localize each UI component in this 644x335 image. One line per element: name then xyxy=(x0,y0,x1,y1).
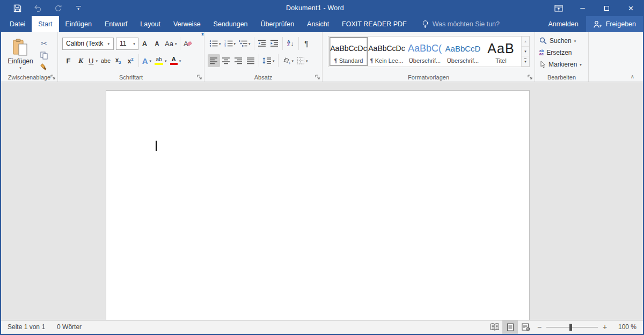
separator xyxy=(254,37,254,50)
ribbon-display-options-icon[interactable] xyxy=(546,0,570,16)
zoom-slider[interactable] xyxy=(546,327,598,327)
font-name-combobox[interactable]: Calibri (Textk ▾ xyxy=(62,38,114,50)
style-heading-1[interactable]: AaBbC( Überschrif... xyxy=(406,37,444,66)
style-preview: AaBbCcDc xyxy=(330,39,367,57)
select-button[interactable]: Markieren ▾ xyxy=(539,59,588,70)
print-layout-button[interactable] xyxy=(502,321,518,334)
shrink-font-button[interactable]: A▼ xyxy=(151,37,163,50)
undo-icon[interactable] xyxy=(32,2,43,14)
align-left-button[interactable] xyxy=(208,54,220,67)
shading-button[interactable]: ▾ xyxy=(280,54,296,67)
word-count[interactable]: 0 Wörter xyxy=(57,323,82,331)
tab-layout[interactable]: Layout xyxy=(134,16,167,32)
zoom-slider-thumb[interactable] xyxy=(569,324,572,331)
clear-formatting-button[interactable]: A xyxy=(182,37,194,50)
replace-label: Ersetzen xyxy=(546,49,572,56)
document-area[interactable] xyxy=(1,82,643,320)
tab-verweise[interactable]: Verweise xyxy=(167,16,207,32)
grow-font-button[interactable]: A▲ xyxy=(138,37,151,50)
numbered-list-button[interactable]: 123 ▾ xyxy=(223,37,238,50)
tab-ueberpruefen[interactable]: Überprüfen xyxy=(254,16,301,32)
borders-button[interactable]: ▾ xyxy=(295,54,310,67)
decrease-indent-button[interactable] xyxy=(256,37,268,50)
format-painter-button[interactable] xyxy=(38,62,50,72)
ribbon-filler: ∧ xyxy=(589,32,643,82)
tell-me-box[interactable]: Was möchten Sie tun? xyxy=(422,16,500,32)
close-button[interactable]: × xyxy=(619,0,643,16)
titlebar: ▾ Dokument1 - Word ─ × xyxy=(1,0,643,16)
customize-qat-icon[interactable]: ▾ xyxy=(73,2,84,14)
arrow-down-icon: ↓ xyxy=(291,40,294,47)
find-button[interactable]: Suchen ▾ xyxy=(539,35,588,46)
page-count[interactable]: Seite 1 von 1 xyxy=(8,323,45,331)
zoom-out-button[interactable]: − xyxy=(533,323,545,331)
gallery-scroll-up-icon[interactable]: ▴ xyxy=(522,37,529,47)
line-spacing-button[interactable]: ▾ xyxy=(261,54,276,67)
change-case-button[interactable]: Aa▾ xyxy=(163,37,178,50)
style-title[interactable]: AaB Titel xyxy=(482,37,520,66)
dialog-launcher-icon[interactable] xyxy=(315,75,320,80)
bold-button[interactable]: F xyxy=(62,54,75,67)
read-mode-icon xyxy=(490,323,500,331)
tab-ansicht[interactable]: Ansicht xyxy=(301,16,335,32)
copy-button[interactable] xyxy=(38,50,50,60)
numbered-list-icon: 123 xyxy=(224,40,233,47)
group-label-font: Schriftart xyxy=(58,74,204,81)
justify-icon xyxy=(247,57,255,64)
sign-in-button[interactable]: Anmelden xyxy=(540,16,586,32)
style-heading-2[interactable]: AaBbCcD Überschrif... xyxy=(444,37,482,66)
read-mode-button[interactable] xyxy=(487,321,502,334)
tab-foxit-reader-pdf[interactable]: FOXIT READER PDF xyxy=(335,16,413,32)
align-center-button[interactable] xyxy=(220,54,232,67)
dialog-launcher-icon[interactable] xyxy=(528,75,533,80)
align-left-icon xyxy=(210,57,218,64)
paste-button[interactable]: Einfügen ▾ xyxy=(5,34,35,72)
redo-icon[interactable] xyxy=(53,2,63,14)
style-standard[interactable]: AaBbCcDc ¶ Standard xyxy=(330,37,368,66)
cut-button[interactable]: ✂ xyxy=(38,39,50,48)
maximize-button[interactable] xyxy=(595,0,619,16)
multilevel-list-button[interactable]: ▾ xyxy=(237,37,252,50)
justify-button[interactable] xyxy=(245,54,257,67)
show-paragraph-marks-button[interactable]: ¶ xyxy=(301,37,313,50)
style-no-spacing[interactable]: AaBbCcDc ¶ Kein Lee... xyxy=(368,37,406,66)
align-right-button[interactable] xyxy=(232,54,245,67)
select-label: Markieren xyxy=(548,61,577,68)
dialog-launcher-icon[interactable] xyxy=(197,75,202,80)
gallery-scroll-down-icon[interactable]: ▾ xyxy=(522,47,529,57)
highlight-color-button[interactable]: ab▾ xyxy=(153,54,169,67)
text-effects-button[interactable]: A▾ xyxy=(141,54,153,67)
paste-label: Einfügen xyxy=(8,57,33,65)
dialog-launcher-icon[interactable] xyxy=(50,75,56,80)
minimize-button[interactable]: ─ xyxy=(570,0,595,16)
tab-einfuegen[interactable]: Einfügen xyxy=(59,16,98,32)
subscript-button[interactable]: x2 xyxy=(112,54,125,67)
superscript-button[interactable]: x2 xyxy=(125,54,137,67)
tab-entwurf[interactable]: Entwurf xyxy=(98,16,134,32)
web-layout-button[interactable] xyxy=(518,321,533,334)
strikethrough-button[interactable]: abc xyxy=(99,54,112,67)
text-cursor xyxy=(156,141,157,151)
increase-indent-button[interactable] xyxy=(268,37,281,50)
document-page[interactable] xyxy=(106,90,530,320)
zoom-level[interactable]: 100 % xyxy=(611,323,636,331)
group-label-clipboard: Zwischenablage xyxy=(1,74,57,81)
replace-button[interactable]: abac Ersetzen xyxy=(539,47,588,58)
font-size-combobox[interactable]: 11 ▾ xyxy=(116,38,138,50)
tab-start[interactable]: Start xyxy=(32,16,58,32)
font-color-button[interactable]: A▾ xyxy=(169,54,183,67)
save-icon[interactable] xyxy=(12,2,23,14)
underline-button[interactable]: U▾ xyxy=(87,54,99,67)
multilevel-list-icon xyxy=(239,40,247,47)
italic-button[interactable]: K xyxy=(75,54,87,67)
gallery-more-icon[interactable]: ▾ xyxy=(522,56,529,67)
share-button[interactable]: Freigeben xyxy=(586,16,643,32)
zoom-in-button[interactable]: + xyxy=(599,323,611,331)
tab-sendungen[interactable]: Sendungen xyxy=(207,16,254,32)
sort-button[interactable]: AZ ↓ xyxy=(284,37,297,50)
paragraph-row-1: ▾ 123 ▾ ▾ AZ xyxy=(208,35,321,52)
collapse-ribbon-icon[interactable]: ∧ xyxy=(631,74,634,79)
tab-datei[interactable]: Datei xyxy=(3,16,32,32)
bullet-list-icon xyxy=(209,40,218,47)
bullet-list-button[interactable]: ▾ xyxy=(208,37,223,50)
